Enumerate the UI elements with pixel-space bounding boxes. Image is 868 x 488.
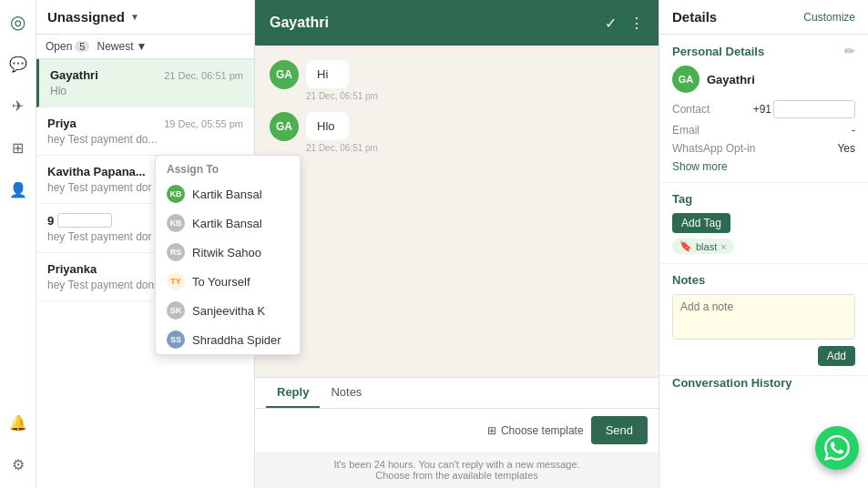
chat-input-area: Reply Notes ⊞ Choose template Send It's … <box>255 377 659 488</box>
chat-notice: It's been 24 hours. You can't reply with… <box>255 452 659 488</box>
notes-section: Notes Add <box>659 264 868 376</box>
conv-9-input[interactable] <box>57 213 112 228</box>
message-bubble-0: Hi <box>306 60 349 88</box>
choose-template-btn[interactable]: ⊞ Choose template <box>487 424 584 437</box>
tags-container: 🔖 blast × <box>672 239 855 254</box>
edit-personal-icon[interactable]: ✏ <box>844 44 855 58</box>
conversations-header: Unassigned ▼ <box>36 0 254 35</box>
details-header: Details Customize <box>659 0 868 35</box>
open-count-badge: 5 <box>75 41 89 52</box>
chat-input-row: ⊞ Choose template Send <box>255 409 659 452</box>
contact-header-row: GA Gayathri <box>672 66 855 93</box>
settings-nav-icon[interactable]: ⚙ <box>5 452 31 477</box>
conv-item-priya[interactable]: Priya 19 Dec, 05:55 pm hey Test payment … <box>36 107 254 156</box>
conversations-panel: Unassigned ▼ Open 5 Newest ▼ Gayathri 21… <box>36 0 255 488</box>
details-panel: Details Customize Personal Details ✏ GA … <box>659 0 868 488</box>
email-row: Email - <box>672 124 855 137</box>
whatsapp-fab[interactable] <box>815 426 859 470</box>
message-time-1: 21 Dec, 06:51 pm <box>306 143 378 153</box>
logo-icon[interactable]: ◎ <box>5 9 31 35</box>
chat-header: Gayathri ✓ ⋮ <box>255 0 659 46</box>
details-title: Details <box>672 9 717 25</box>
assign-avatar-0: KB <box>167 185 185 203</box>
message-0: GA Hi 21 Dec, 06:51 pm <box>270 60 644 101</box>
template-icon: ⊞ <box>487 424 496 437</box>
add-note-btn[interactable]: Add <box>818 346 855 366</box>
assign-avatar-5: SS <box>167 330 185 349</box>
personal-details-section: Personal Details ✏ GA Gayathri Contact +… <box>659 35 868 183</box>
message-time-0: 21 Dec, 06:51 pm <box>306 91 378 101</box>
sidebar: ◎ 💬 ✈ ⊞ 👤 🔔 ⚙ <box>0 0 36 488</box>
tag-icon: 🔖 <box>679 240 692 252</box>
notes-section-title: Notes <box>672 273 705 287</box>
menu-icon[interactable]: ⋮ <box>629 15 644 32</box>
sort-filter-btn[interactable]: Newest ▼ <box>97 40 147 53</box>
chat-input[interactable] <box>266 423 480 437</box>
contact-name: Gayathri <box>707 73 755 86</box>
assign-avatar-2: RS <box>167 243 185 261</box>
assign-avatar-3: TY <box>167 272 185 290</box>
assign-option-4[interactable]: SK Sanjeevitha K <box>156 296 300 325</box>
tab-notes[interactable]: Notes <box>320 378 373 408</box>
assign-option-3[interactable]: TY To Yourself <box>156 267 300 296</box>
contact-row: Contact +91 <box>672 100 855 118</box>
contact-avatar: GA <box>672 66 700 93</box>
message-bubble-1: Hlo <box>306 112 349 140</box>
contact-phone-input[interactable] <box>773 100 855 118</box>
dropdown-arrow-icon[interactable]: ▼ <box>130 12 139 22</box>
send-nav-icon[interactable]: ✈ <box>5 93 31 118</box>
whatsapp-optin-row: WhatsApp Opt-in Yes <box>672 142 855 155</box>
customize-link[interactable]: Customize <box>803 11 855 24</box>
conv-item-gayathri[interactable]: Gayathri 21 Dec, 06:51 pm Hlo <box>36 59 254 107</box>
conv-filters: Open 5 Newest ▼ <box>36 35 254 59</box>
notifications-nav-icon[interactable]: 🔔 <box>5 410 31 435</box>
tag-section: Tag Add Tag 🔖 blast × <box>659 183 868 264</box>
conversations-title: Unassigned <box>47 9 125 25</box>
conversation-history-section: Conversation History <box>659 376 868 390</box>
assign-option-0[interactable]: KB Kartik Bansal <box>156 179 300 208</box>
grid-nav-icon[interactable]: ⊞ <box>5 135 31 160</box>
assign-avatar-4: SK <box>167 301 185 320</box>
chat-header-actions: ✓ ⋮ <box>605 15 644 32</box>
contacts-nav-icon[interactable]: 👤 <box>5 177 31 202</box>
tab-reply[interactable]: Reply <box>266 378 320 408</box>
open-filter-btn[interactable]: Open 5 <box>46 40 89 53</box>
notes-input[interactable] <box>672 294 855 340</box>
assign-option-2[interactable]: RS Ritwik Sahoo <box>156 238 300 267</box>
assign-dropdown: Assign To KB Kartik Bansal KB Kartik Ban… <box>155 155 301 355</box>
msg-avatar-1: GA <box>270 112 299 141</box>
personal-section-title: Personal Details <box>672 45 764 58</box>
assign-option-5[interactable]: SS Shraddha Spider <box>156 325 300 354</box>
assign-avatar-1: KB <box>167 214 185 232</box>
chat-contact-name: Gayathri <box>270 15 329 31</box>
msg-avatar-0: GA <box>270 60 299 89</box>
chat-input-tabs: Reply Notes <box>255 378 659 409</box>
chat-nav-icon[interactable]: 💬 <box>5 51 31 76</box>
chat-messages: GA Hi 21 Dec, 06:51 pm GA Hlo 21 Dec, 06… <box>255 46 659 377</box>
chat-panel: Gayathri ✓ ⋮ GA Hi 21 Dec, 06:51 pm GA H… <box>255 0 659 488</box>
send-btn[interactable]: Send <box>591 416 648 444</box>
tag-blast: 🔖 blast × <box>672 239 734 254</box>
tag-remove-blast[interactable]: × <box>720 241 726 252</box>
tag-section-title: Tag <box>672 192 692 206</box>
check-icon[interactable]: ✓ <box>605 15 617 32</box>
assign-option-1[interactable]: KB Kartik Bansal <box>156 208 300 238</box>
show-more-link[interactable]: Show more <box>672 160 728 173</box>
add-tag-btn[interactable]: Add Tag <box>672 213 730 233</box>
message-1: GA Hlo 21 Dec, 06:51 pm <box>270 112 644 153</box>
